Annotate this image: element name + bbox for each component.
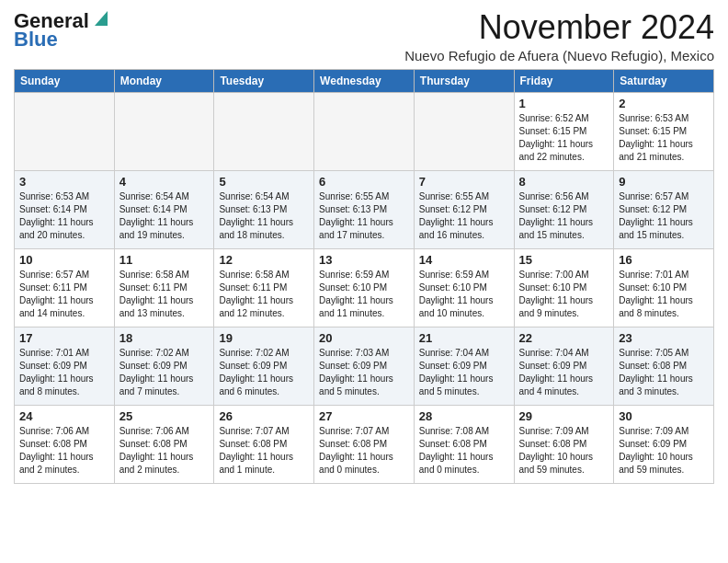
- day-info: Sunrise: 7:02 AMSunset: 6:09 PMDaylight:…: [119, 347, 210, 398]
- calendar-day-cell: 18Sunrise: 7:02 AMSunset: 6:09 PMDayligh…: [114, 327, 214, 405]
- day-number: 8: [519, 175, 609, 189]
- day-number: 17: [19, 331, 109, 345]
- sunset-text: Sunset: 6:09 PM: [119, 361, 188, 371]
- sunrise-text: Sunrise: 7:06 AM: [119, 426, 189, 436]
- day-info: Sunrise: 7:01 AMSunset: 6:09 PMDaylight:…: [19, 347, 109, 398]
- daylight-text: Daylight: 11 hours and 12 minutes.: [219, 295, 293, 318]
- sunset-text: Sunset: 6:09 PM: [619, 439, 687, 449]
- day-info: Sunrise: 7:07 AMSunset: 6:08 PMDaylight:…: [319, 425, 409, 477]
- calendar-day-cell: 3Sunrise: 6:53 AMSunset: 6:14 PMDaylight…: [15, 170, 115, 248]
- day-info: Sunrise: 7:06 AMSunset: 6:08 PMDaylight:…: [119, 425, 210, 477]
- calendar-day-cell: 21Sunrise: 7:04 AMSunset: 6:09 PMDayligh…: [414, 327, 514, 405]
- daylight-text: Daylight: 11 hours and 15 minutes.: [519, 217, 594, 240]
- day-info: Sunrise: 6:54 AMSunset: 6:13 PMDaylight:…: [219, 190, 309, 242]
- calendar-day-cell: 14Sunrise: 6:59 AMSunset: 6:10 PMDayligh…: [414, 248, 514, 327]
- calendar-day-cell: 20Sunrise: 7:03 AMSunset: 6:09 PMDayligh…: [314, 327, 415, 405]
- day-info: Sunrise: 6:57 AMSunset: 6:12 PMDaylight:…: [619, 190, 709, 242]
- day-number: 7: [419, 175, 509, 189]
- sunset-text: Sunset: 6:14 PM: [19, 204, 87, 214]
- sunrise-text: Sunrise: 6:53 AM: [619, 113, 688, 123]
- daylight-text: Daylight: 11 hours and 16 minutes.: [419, 217, 494, 240]
- daylight-text: Daylight: 11 hours and 21 minutes.: [619, 139, 693, 162]
- day-info: Sunrise: 6:58 AMSunset: 6:11 PMDaylight:…: [219, 269, 309, 320]
- sunrise-text: Sunrise: 7:07 AM: [319, 426, 389, 436]
- sunrise-text: Sunrise: 7:04 AM: [419, 348, 489, 358]
- day-info: Sunrise: 7:02 AMSunset: 6:09 PMDaylight:…: [219, 347, 309, 398]
- location-subtitle: Nuevo Refugio de Afuera (Nuevo Refugio),…: [404, 48, 714, 63]
- day-number: 19: [219, 331, 309, 345]
- day-number: 26: [219, 409, 309, 423]
- sunset-text: Sunset: 6:11 PM: [119, 282, 188, 293]
- calendar-header-row: SundayMondayTuesdayWednesdayThursdayFrid…: [15, 69, 714, 92]
- sunrise-text: Sunrise: 6:59 AM: [319, 270, 389, 280]
- daylight-text: Daylight: 11 hours and 17 minutes.: [319, 217, 393, 240]
- daylight-text: Daylight: 11 hours and 14 minutes.: [19, 295, 94, 318]
- day-info: Sunrise: 6:53 AMSunset: 6:15 PMDaylight:…: [619, 112, 709, 164]
- day-number: 11: [119, 253, 210, 267]
- day-info: Sunrise: 7:07 AMSunset: 6:08 PMDaylight:…: [219, 425, 309, 477]
- day-info: Sunrise: 6:56 AMSunset: 6:12 PMDaylight:…: [519, 190, 609, 242]
- calendar-day-cell: 10Sunrise: 6:57 AMSunset: 6:11 PMDayligh…: [15, 248, 115, 327]
- sunset-text: Sunset: 6:11 PM: [219, 282, 287, 293]
- day-number: 12: [219, 253, 309, 267]
- sunset-text: Sunset: 6:11 PM: [19, 282, 87, 293]
- calendar-day-cell: 13Sunrise: 6:59 AMSunset: 6:10 PMDayligh…: [314, 248, 415, 327]
- daylight-text: Daylight: 11 hours and 10 minutes.: [419, 295, 494, 318]
- calendar-day-cell: 25Sunrise: 7:06 AMSunset: 6:08 PMDayligh…: [114, 405, 214, 483]
- calendar-header-wednesday: Wednesday: [314, 69, 415, 92]
- daylight-text: Daylight: 11 hours and 5 minutes.: [319, 373, 393, 396]
- sunset-text: Sunset: 6:09 PM: [319, 361, 387, 371]
- sunset-text: Sunset: 6:08 PM: [19, 439, 87, 449]
- day-info: Sunrise: 6:52 AMSunset: 6:15 PMDaylight:…: [519, 112, 609, 164]
- day-number: 24: [19, 409, 109, 423]
- page: General Blue November 2024 Nuevo Refugio…: [0, 0, 728, 498]
- day-info: Sunrise: 6:54 AMSunset: 6:14 PMDaylight:…: [119, 190, 210, 242]
- calendar-header-tuesday: Tuesday: [214, 69, 314, 92]
- day-info: Sunrise: 6:59 AMSunset: 6:10 PMDaylight:…: [319, 269, 409, 320]
- sunrise-text: Sunrise: 7:01 AM: [19, 348, 89, 358]
- day-number: 3: [19, 175, 109, 189]
- sunset-text: Sunset: 6:14 PM: [119, 204, 188, 214]
- day-number: 9: [619, 175, 709, 189]
- day-info: Sunrise: 7:04 AMSunset: 6:09 PMDaylight:…: [519, 347, 609, 398]
- sunset-text: Sunset: 6:08 PM: [419, 439, 487, 449]
- title-block: November 2024 Nuevo Refugio de Afuera (N…: [404, 9, 714, 63]
- sunset-text: Sunset: 6:10 PM: [619, 282, 687, 293]
- calendar-day-cell: 15Sunrise: 7:00 AMSunset: 6:10 PMDayligh…: [514, 248, 614, 327]
- calendar-table: SundayMondayTuesdayWednesdayThursdayFrid…: [14, 69, 714, 484]
- daylight-text: Daylight: 11 hours and 6 minutes.: [219, 373, 293, 396]
- day-info: Sunrise: 6:53 AMSunset: 6:14 PMDaylight:…: [19, 190, 109, 242]
- calendar-day-cell: 1Sunrise: 6:52 AMSunset: 6:15 PMDaylight…: [514, 92, 614, 170]
- sunset-text: Sunset: 6:15 PM: [519, 126, 587, 136]
- calendar-day-cell: 8Sunrise: 6:56 AMSunset: 6:12 PMDaylight…: [514, 170, 614, 248]
- sunrise-text: Sunrise: 6:58 AM: [119, 270, 189, 280]
- day-info: Sunrise: 7:05 AMSunset: 6:08 PMDaylight:…: [619, 347, 709, 398]
- day-number: 14: [419, 253, 509, 267]
- day-info: Sunrise: 7:00 AMSunset: 6:10 PMDaylight:…: [519, 269, 609, 320]
- day-info: Sunrise: 7:06 AMSunset: 6:08 PMDaylight:…: [19, 425, 109, 477]
- calendar-week-row: 1Sunrise: 6:52 AMSunset: 6:15 PMDaylight…: [15, 92, 714, 170]
- day-number: 4: [119, 175, 210, 189]
- calendar-day-cell: [15, 92, 115, 170]
- sunset-text: Sunset: 6:08 PM: [119, 439, 188, 449]
- day-info: Sunrise: 6:55 AMSunset: 6:12 PMDaylight:…: [419, 190, 509, 242]
- calendar-day-cell: [314, 92, 415, 170]
- sunrise-text: Sunrise: 7:06 AM: [19, 426, 89, 436]
- calendar-week-row: 10Sunrise: 6:57 AMSunset: 6:11 PMDayligh…: [15, 248, 714, 327]
- sunrise-text: Sunrise: 7:02 AM: [119, 348, 189, 358]
- sunset-text: Sunset: 6:10 PM: [419, 282, 487, 293]
- day-info: Sunrise: 7:03 AMSunset: 6:09 PMDaylight:…: [319, 347, 409, 398]
- sunrise-text: Sunrise: 6:57 AM: [19, 270, 89, 280]
- calendar-day-cell: [414, 92, 514, 170]
- sunset-text: Sunset: 6:15 PM: [619, 126, 687, 136]
- sunrise-text: Sunrise: 7:02 AM: [219, 348, 289, 358]
- month-title: November 2024: [404, 9, 714, 46]
- calendar-day-cell: 5Sunrise: 6:54 AMSunset: 6:13 PMDaylight…: [214, 170, 314, 248]
- sunset-text: Sunset: 6:12 PM: [619, 204, 687, 214]
- day-info: Sunrise: 6:59 AMSunset: 6:10 PMDaylight:…: [419, 269, 509, 320]
- sunrise-text: Sunrise: 6:55 AM: [419, 191, 489, 201]
- sunrise-text: Sunrise: 6:53 AM: [19, 191, 89, 201]
- daylight-text: Daylight: 10 hours and 59 minutes.: [519, 452, 594, 475]
- daylight-text: Daylight: 11 hours and 15 minutes.: [619, 217, 693, 240]
- day-number: 15: [519, 253, 609, 267]
